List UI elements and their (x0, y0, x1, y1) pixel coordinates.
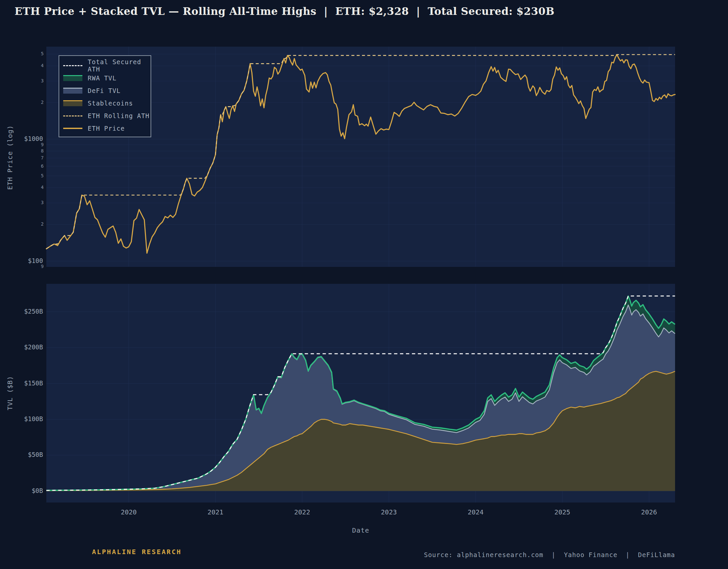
legend-swatch-line-gold (63, 128, 82, 129)
y-minor-tick-label: 6 (41, 163, 44, 169)
y-tick-label: $1000 (24, 135, 43, 142)
legend-label: RWA TVL (88, 74, 116, 82)
y-tick-label: $0B (32, 487, 43, 494)
y-tick-label: $150B (24, 379, 43, 387)
legend-item: RWA TVL (63, 72, 151, 84)
legend-label: Total Secured ATH (88, 58, 151, 73)
x-tick-label: 2025 (554, 508, 570, 516)
legend-label: ETH Rolling ATH (88, 112, 150, 119)
legend-item: ETH Price (63, 122, 151, 135)
legend-swatch-patch-defi (63, 88, 82, 94)
x-axis-title: Date (352, 526, 369, 534)
y-tick-label: $200B (24, 343, 43, 351)
y-minor-tick-label: 5 (41, 173, 44, 178)
y-minor-tick-label: 2 (41, 221, 44, 227)
legend-label: ETH Price (88, 125, 125, 132)
y-minor-tick-label: 9 (41, 142, 44, 147)
legend-swatch-patch-rwa (63, 75, 82, 81)
y-minor-tick-label: 3 (41, 78, 44, 83)
bottom-y-axis-title: TVL ($B) (6, 376, 14, 410)
x-tick-label: 2022 (294, 508, 310, 516)
legend-item: ETH Rolling ATH (63, 109, 151, 122)
legend-item: Stablecoins (63, 97, 151, 109)
brand-label: ALPHALINE RESEARCH (92, 548, 182, 556)
y-tick-label: $50B (28, 451, 43, 458)
legend-label: DeFi TVL (88, 87, 121, 94)
legend-label: Stablecoins (88, 100, 133, 107)
legend-swatch-dash-gold (63, 115, 82, 116)
x-tick-label: 2026 (641, 508, 657, 516)
y-minor-tick-label: 8 (41, 148, 44, 153)
chart-legend: Total Secured ATHRWA TVLDeFi TVLStableco… (59, 55, 151, 137)
y-minor-tick-label: 4 (41, 185, 44, 190)
legend-item: Total Secured ATH (63, 59, 151, 72)
y-minor-tick-label: 2 (41, 100, 44, 105)
y-tick-label: $100B (24, 415, 43, 422)
legend-swatch-dash-white (63, 65, 82, 66)
x-tick-label: 2024 (468, 508, 483, 516)
y-tick-label: $250B (24, 308, 43, 315)
source-attribution: Source: alphalineresearch.com | Yahoo Fi… (424, 551, 675, 558)
y-minor-tick-label: 3 (41, 200, 44, 205)
legend-item: DeFi TVL (63, 84, 151, 97)
y-tick-label: $100 (28, 257, 43, 264)
x-tick-label: 2020 (121, 508, 137, 516)
y-minor-tick-label: 9 (41, 264, 44, 269)
x-tick-label: 2023 (381, 508, 397, 516)
top-y-axis-title: ETH Price (log) (6, 125, 14, 190)
y-minor-tick-label: 7 (41, 155, 44, 160)
x-tick-label: 2021 (207, 508, 223, 516)
legend-swatch-patch-stable (63, 100, 82, 106)
y-minor-tick-label: 4 (41, 63, 44, 68)
y-minor-tick-label: 5 (41, 51, 44, 56)
